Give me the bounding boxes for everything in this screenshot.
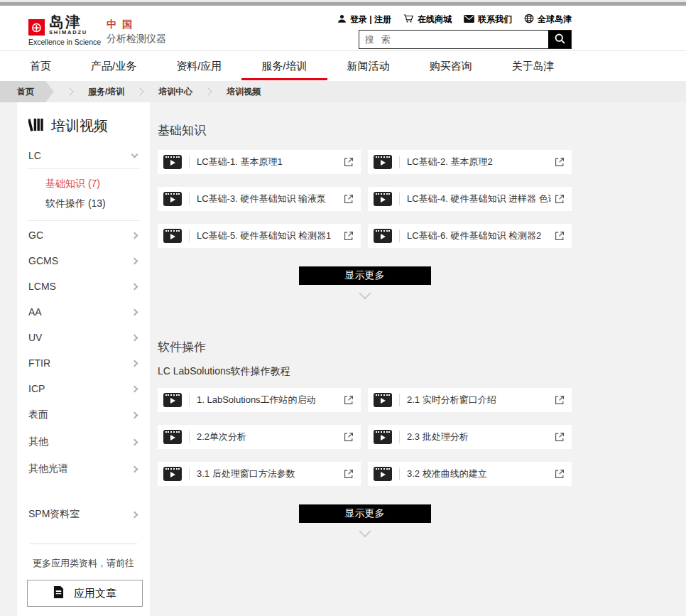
video-card[interactable]: LC基础-4. 硬件基础知识 进样器 色谱柱 (368, 187, 572, 211)
video-icon (374, 229, 392, 243)
breadcrumb-home[interactable]: 首页 (0, 81, 54, 102)
chevron-right-icon (205, 87, 212, 95)
sidebar-category-aa[interactable]: AA (27, 299, 140, 325)
chevron-down-icon[interactable] (359, 526, 371, 538)
video-card[interactable]: 2.3 批处理分析 (368, 425, 572, 449)
nav-item-news[interactable]: 新闻活动 (347, 51, 390, 81)
video-card[interactable]: LC基础-3. 硬件基础知识 输液泵 (158, 187, 361, 211)
video-icon (374, 155, 392, 169)
site-region: 中 国 (107, 17, 166, 31)
nav-item-purchase[interactable]: 购买咨询 (430, 51, 472, 81)
sidebar-category-uv[interactable]: UV (27, 325, 140, 350)
video-card[interactable]: 2.2单次分析 (158, 425, 361, 449)
search-icon (554, 33, 566, 47)
chevron-right-icon (65, 87, 73, 95)
nav-item-products[interactable]: 产品/业务 (91, 51, 136, 81)
sidebar-category-lcms[interactable]: LCMS (27, 274, 140, 299)
sidebar-note: 更多应用类资料，请前往 (27, 557, 140, 570)
video-card[interactable]: 3.1 后处理窗口方法参数 (158, 462, 361, 486)
global-shimadzu-link[interactable]: 全球岛津 (524, 13, 572, 26)
video-card[interactable]: 2.1 实时分析窗口介绍 (368, 388, 572, 412)
video-icon (163, 430, 182, 444)
search-input[interactable] (359, 31, 548, 48)
external-link-icon[interactable] (343, 156, 354, 168)
video-title: LC基础-5. 硬件基础知识 检测器1 (197, 229, 340, 242)
nav-item-resources[interactable]: 资料/应用 (176, 51, 222, 81)
video-card[interactable]: LC基础-6. 硬件基础知识 检测器2 (368, 224, 572, 248)
external-link-icon[interactable] (343, 468, 354, 480)
video-card[interactable]: LC基础-5. 硬件基础知识 检测器1 (158, 224, 361, 248)
header-quick-links: 登录 | 注册 在线商城 联系我们 全球岛津 (359, 13, 572, 26)
nav-item-about[interactable]: 关于岛津 (512, 51, 555, 81)
video-icon (163, 155, 182, 169)
sidebar-subitem-basics[interactable]: 基础知识 (7) (45, 173, 140, 193)
sidebar: 培训视频 LC 基础知识 (7) 软件操作 (13) GC GCMS LCMS … (17, 102, 150, 616)
divider (189, 431, 190, 443)
video-title: 1. LabSolutions工作站的启动 (197, 394, 340, 406)
app-articles-button[interactable]: 应用文章 (27, 580, 143, 607)
video-title: 3.1 后处理窗口方法参数 (197, 468, 340, 480)
site-division: 分析检测仪器 (107, 31, 166, 45)
video-title: 2.2单次分析 (197, 431, 340, 443)
divider (399, 468, 400, 480)
section-heading-software: 软件操作 (158, 339, 572, 355)
main-content: 基础知识 LC基础-1. 基本原理1 LC基础-2. 基本原理2 LC基础-3.… (158, 102, 572, 536)
online-store-link[interactable]: 在线商城 (403, 13, 452, 26)
shimadzu-logo[interactable]: ⊕ 岛津 SHIMADZU Excellence in Science (28, 14, 101, 46)
video-icon (374, 192, 392, 206)
divider (399, 229, 400, 242)
video-card[interactable]: 3.2 校准曲线的建立 (368, 462, 572, 486)
sidebar-category-icp[interactable]: ICP (27, 376, 140, 401)
video-title: 2.3 批处理分析 (407, 431, 551, 443)
breadcrumb-training-center[interactable]: 培训中心 (158, 86, 192, 98)
external-link-icon[interactable] (343, 230, 354, 242)
video-grid-basics: LC基础-1. 基本原理1 LC基础-2. 基本原理2 LC基础-3. 硬件基础… (158, 150, 572, 248)
breadcrumb: 首页 服务/培训 培训中心 培训视频 (0, 81, 686, 102)
external-link-icon[interactable] (554, 230, 565, 242)
sidebar-subitem-software[interactable]: 软件操作 (13) (45, 193, 140, 213)
sidebar-category-surface[interactable]: 表面 (27, 401, 140, 428)
video-title: LC基础-3. 硬件基础知识 输液泵 (197, 193, 340, 205)
browser-top-strip (0, 0, 686, 6)
external-link-icon[interactable] (554, 156, 565, 168)
chevron-right-icon (131, 232, 138, 239)
sidebar-category-other[interactable]: 其他 (27, 428, 140, 455)
video-icon (374, 393, 392, 407)
show-more-button[interactable]: 显示更多 (299, 504, 431, 523)
video-card[interactable]: LC基础-1. 基本原理1 (158, 150, 361, 174)
login-register-link[interactable]: 登录 | 注册 (337, 13, 391, 26)
sidebar-category-gcms[interactable]: GCMS (27, 248, 140, 274)
divider (399, 193, 400, 205)
sidebar-category-spm[interactable]: SPM资料室 (27, 501, 140, 528)
cart-icon (403, 13, 414, 26)
external-link-icon[interactable] (343, 394, 354, 406)
sidebar-category-lc[interactable]: LC (27, 143, 140, 169)
video-card[interactable]: 1. LabSolutions工作站的启动 (158, 388, 361, 412)
section-heading-basics: 基础知识 (158, 122, 572, 139)
chevron-right-icon (131, 360, 138, 367)
video-card[interactable]: LC基础-2. 基本原理2 (368, 150, 572, 174)
external-link-icon[interactable] (554, 394, 565, 406)
sidebar-category-ftir[interactable]: FTIR (27, 350, 140, 376)
external-link-icon[interactable] (343, 193, 354, 205)
nav-item-home[interactable]: 首页 (30, 51, 51, 81)
external-link-icon[interactable] (554, 431, 565, 443)
breadcrumb-training-videos: 培训视频 (227, 86, 261, 98)
site-description: 中 国 分析检测仪器 (107, 17, 166, 46)
divider (189, 229, 190, 242)
external-link-icon[interactable] (554, 193, 565, 205)
external-link-icon[interactable] (343, 431, 354, 443)
video-icon (163, 467, 182, 481)
sidebar-category-other-spectra[interactable]: 其他光谱 (27, 455, 140, 482)
show-more-button[interactable]: 显示更多 (299, 266, 431, 285)
sidebar-category-gc[interactable]: GC (27, 222, 140, 248)
search-button[interactable] (548, 31, 571, 48)
divider (189, 468, 190, 480)
contact-us-link[interactable]: 联系我们 (464, 13, 512, 26)
nav-item-service-training[interactable]: 服务/培训 (261, 51, 307, 81)
brand-name-cn: 岛津 (49, 14, 87, 29)
breadcrumb-service-training[interactable]: 服务/培训 (88, 86, 124, 98)
divider (189, 193, 190, 205)
sidebar-lc-sublist: 基础知识 (7) 软件操作 (13) (27, 169, 140, 221)
external-link-icon[interactable] (554, 468, 565, 480)
